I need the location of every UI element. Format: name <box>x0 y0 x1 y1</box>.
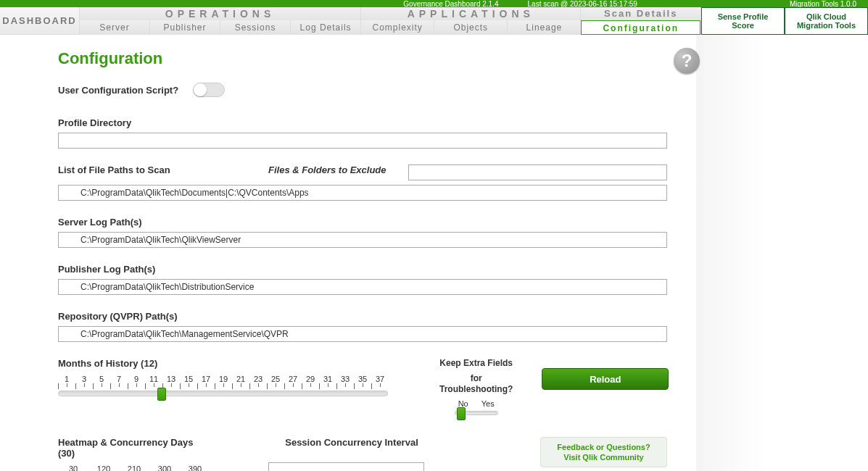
server-log-input[interactable] <box>58 232 667 248</box>
section-scan-details: Scan Details Configuration <box>581 7 701 34</box>
applications-title: APPLICATIONS <box>361 7 580 20</box>
profile-directory-input[interactable] <box>58 133 667 149</box>
tab-publisher[interactable]: Publisher <box>150 20 220 35</box>
publisher-log-input[interactable] <box>58 279 667 295</box>
tab-server[interactable]: Server <box>80 20 150 35</box>
main-content: Configuration ? User Configuration Scrip… <box>0 35 696 471</box>
tab-sessions[interactable]: Sessions <box>220 20 291 35</box>
exclude-input[interactable] <box>408 164 667 180</box>
keep-fields-thumb[interactable] <box>457 407 466 420</box>
publisher-log-label: Publisher Log Path(s) <box>58 264 667 275</box>
months-tick-labels: 135791113151719212325272931333537 <box>58 375 389 383</box>
right-link-boxes: Sense Profile Score Qlik Cloud Migration… <box>701 7 868 34</box>
feedback-line1: Feedback or Questions? <box>544 442 664 452</box>
page-title: Configuration <box>58 49 667 68</box>
header-nav: DASHBOARD OPERATIONS Server Publisher Se… <box>0 7 868 35</box>
scan-details-title: Scan Details <box>581 7 700 20</box>
keep-fields-label-2: for Troubleshooting? <box>439 373 513 395</box>
sense-profile-line2: Score <box>703 21 782 30</box>
keep-fields-slider[interactable] <box>455 411 498 415</box>
keep-yes-label: Yes <box>481 399 495 408</box>
tab-configuration[interactable]: Configuration <box>581 20 700 35</box>
months-tick-marks <box>58 383 389 389</box>
heatmap-tick-labels: 30120210300390 <box>58 464 210 471</box>
months-history-block: Months of History (12) 13579111315171921… <box>58 358 389 415</box>
qvpr-input[interactable] <box>58 326 667 342</box>
tab-lineage[interactable]: Lineage <box>508 20 580 35</box>
qvpr-label: Repository (QVPR) Path(s) <box>58 311 667 322</box>
qlik-cloud-line2: Migration Tools <box>787 21 866 30</box>
section-applications: APPLICATIONS Complexity Objects Lineage <box>361 7 581 34</box>
feedback-line2: Visit Qlik Community <box>544 452 664 462</box>
tab-dashboard[interactable]: DASHBOARD <box>0 7 80 34</box>
top-last-scan: Last scan @ 2023-06-16 15:17:59 <box>528 0 637 7</box>
months-slider-thumb[interactable] <box>157 388 166 401</box>
exclude-label: Files & Folders to Exclude <box>268 164 387 175</box>
server-log-label: Server Log Path(s) <box>58 217 667 228</box>
top-status-strip: Governance Dashboard 2.1.4 Last scan @ 2… <box>0 0 868 7</box>
feedback-link[interactable]: Feedback or Questions? Visit Qlik Commun… <box>540 437 667 467</box>
heatmap-label: Heatmap & Concurrency Days (30) <box>58 437 210 459</box>
months-history-slider[interactable] <box>58 391 388 396</box>
help-icon[interactable]: ? <box>674 48 700 74</box>
profile-directory-label: Profile Directory <box>58 117 667 128</box>
app-version-label: Governance Dashboard 2.1.4 <box>403 0 498 7</box>
section-operations: OPERATIONS Server Publisher Sessions Log… <box>80 7 361 34</box>
sense-profile-line1: Sense Profile <box>703 12 782 21</box>
sci-label: Session Concurrency Interval <box>268 437 435 448</box>
user-config-script-toggle[interactable] <box>193 83 225 97</box>
heatmap-days-block: Heatmap & Concurrency Days (30) 30120210… <box>58 437 210 471</box>
tab-objects[interactable]: Objects <box>434 20 508 35</box>
user-config-script-label: User Configuration Script? <box>58 85 178 96</box>
migration-tools-version: Migration Tools 1.0.0 <box>790 0 856 7</box>
keep-extra-fields-block: Keep Extra Fields for Troubleshooting? N… <box>439 358 513 415</box>
qlik-cloud-migration-button[interactable]: Qlik Cloud Migration Tools <box>785 7 868 35</box>
tab-log-details[interactable]: Log Details <box>291 20 360 35</box>
operations-title: OPERATIONS <box>80 7 360 20</box>
list-paths-label: List of File Paths to Scan <box>58 164 247 175</box>
list-paths-input[interactable] <box>58 185 667 201</box>
keep-fields-label-1: Keep Extra Fields <box>439 358 513 369</box>
tab-complexity[interactable]: Complexity <box>361 20 434 35</box>
sci-input[interactable] <box>268 462 424 471</box>
sense-profile-score-button[interactable]: Sense Profile Score <box>701 7 785 35</box>
qlik-cloud-line1: Qlik Cloud <box>787 12 866 21</box>
session-concurrency-block: Session Concurrency Interval <box>268 437 435 471</box>
months-history-label: Months of History (12) <box>58 358 389 369</box>
reload-button[interactable]: Reload <box>542 368 669 390</box>
